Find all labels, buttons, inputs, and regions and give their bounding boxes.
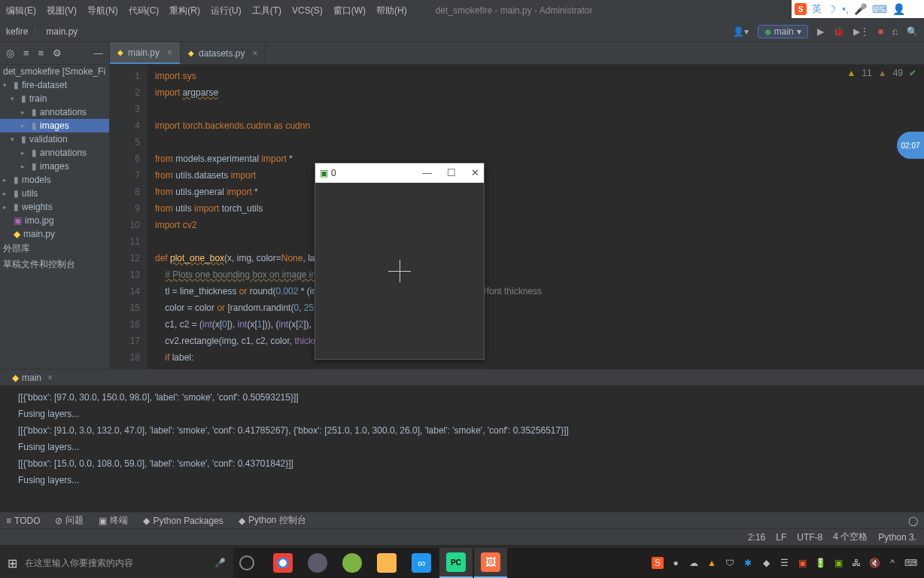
opencv-window[interactable]: ▣0 — ☐ ✕ <box>315 163 485 360</box>
punct-icon[interactable]: •, <box>842 3 849 15</box>
tray-icon[interactable]: ☰ <box>778 557 790 569</box>
run-output[interactable]: [[{'bbox': [97.0, 30.0, 150.0, 98.0], 'l… <box>0 386 924 512</box>
tree-file[interactable]: ◆main.py <box>0 227 109 241</box>
close-icon[interactable]: × <box>252 48 257 59</box>
sogou-ime-bar[interactable]: S 英 ☽ •, 🎤 ⌨ 👤 <box>792 0 924 18</box>
cortana-icon[interactable] <box>239 555 254 570</box>
run-button[interactable]: ▶ <box>817 26 824 37</box>
todo-tab[interactable]: ≡ TODO <box>6 516 40 526</box>
moon-icon[interactable]: ☽ <box>827 3 837 15</box>
line-gutter[interactable]: 1 2 3 4 5 6 7 8 9 10 11 12 13 14 15 16 1… <box>110 65 147 369</box>
menu-code[interactable]: 代码(C) <box>129 5 160 17</box>
problems-tab[interactable]: ⊘ 问题 <box>55 514 84 527</box>
editor-tab[interactable]: ◆datasets.py× <box>181 42 266 64</box>
menu-run[interactable]: 运行(U) <box>211 5 242 17</box>
tree-folder[interactable]: ▸▮utils <box>0 187 109 200</box>
menu-navigate[interactable]: 导航(N) <box>87 5 118 17</box>
stop-button[interactable]: ■ <box>878 26 883 37</box>
line-separator[interactable]: LF <box>776 532 786 543</box>
run-tab[interactable]: ◆main× <box>6 373 59 383</box>
tray-icon[interactable]: ☁ <box>688 557 700 569</box>
search-button[interactable]: 🔍 <box>907 26 918 37</box>
windows-start-icon[interactable]: ⊞ <box>8 556 17 570</box>
tray-sogou-icon[interactable]: S <box>652 557 664 569</box>
select-target-icon[interactable]: ◎ <box>6 47 14 59</box>
tray-up-icon[interactable]: ^ <box>886 557 898 569</box>
file-encoding[interactable]: UTF-8 <box>797 532 822 543</box>
tray-icon[interactable]: ◆ <box>760 557 772 569</box>
vcs-button[interactable]: ⎌ <box>892 26 898 37</box>
caret-position[interactable]: 2:16 <box>748 532 765 543</box>
expand-all-icon[interactable]: ≡ <box>23 47 29 59</box>
tree-file[interactable]: ▣imo.jpg <box>0 214 109 227</box>
project-tool-window[interactable]: ◎ ≡ ≡ ⚙ — det_smokefire [Smoke_Fi ▾▮fire… <box>0 42 110 369</box>
minimize-button[interactable]: — <box>422 167 432 178</box>
menu-tools[interactable]: 工具(T) <box>252 5 281 17</box>
chrome-app[interactable] <box>266 548 299 578</box>
terminal-tab[interactable]: ▣ 终端 <box>99 514 128 527</box>
tree-folder[interactable]: ▸▮annotations <box>0 146 109 160</box>
tray-bluetooth-icon[interactable]: ✱ <box>742 557 754 569</box>
menu-window[interactable]: 窗口(W) <box>333 5 366 17</box>
code-area[interactable]: import sys import argparse import torch.… <box>147 65 924 369</box>
pycharm-app[interactable]: PC <box>439 548 473 578</box>
tray-shield-icon[interactable]: 🛡 <box>724 557 736 569</box>
menu-help[interactable]: 帮助(H) <box>376 5 407 17</box>
tree-root[interactable]: det_smokefire [Smoke_Fi <box>0 65 109 78</box>
tree-folder[interactable]: ▸▮images <box>0 160 109 173</box>
editor-tab[interactable]: ◆main.py× <box>110 42 181 64</box>
taskbar-search[interactable]: ⊞ 在这里输入你要搜索的内容 🎤 <box>0 548 233 578</box>
tree-scratches[interactable]: 草稿文件和控制台 <box>0 257 109 272</box>
tray-battery-icon[interactable]: 🔋 <box>814 557 826 569</box>
ime-lang[interactable]: 英 <box>812 2 822 16</box>
run-config-selector[interactable]: ◆ main ▾ <box>758 25 808 38</box>
tray-icon[interactable]: ▲ <box>706 557 718 569</box>
tree-external-libs[interactable]: 外部库 <box>0 241 109 257</box>
close-icon[interactable]: × <box>167 47 172 58</box>
breadcrumb-file[interactable]: main.py <box>46 26 78 37</box>
tray-keyboard-icon[interactable]: ⌨ <box>904 557 916 569</box>
breadcrumb-root[interactable]: kefire <box>6 26 28 37</box>
settings-icon[interactable]: ⚙ <box>53 47 62 59</box>
tree-folder[interactable]: ▾▮fire-dataset <box>0 78 109 92</box>
photos-app[interactable]: 🖼 <box>474 548 507 578</box>
menu-edit[interactable]: 编辑(E) <box>6 5 36 17</box>
event-log-icon[interactable]: ◯ <box>908 516 918 526</box>
baidu-app[interactable]: ∞ <box>405 548 438 578</box>
more-run-button[interactable]: ▶⋮ <box>853 26 869 37</box>
tray-icon[interactable]: ● <box>670 557 682 569</box>
editor-body[interactable]: ▲11 ▲49 ✔ 1 2 3 4 5 6 7 8 9 10 11 12 13 … <box>110 65 924 369</box>
menu-vcs[interactable]: VCS(S) <box>292 5 323 16</box>
popup-titlebar[interactable]: ▣0 — ☐ ✕ <box>315 163 484 183</box>
collapse-all-icon[interactable]: ≡ <box>38 47 44 59</box>
inspections-widget[interactable]: ▲11 ▲49 ✔ <box>847 68 917 78</box>
green-app[interactable] <box>336 548 369 578</box>
hide-icon[interactable]: — <box>93 47 103 59</box>
tree-folder[interactable]: ▸▮annotations <box>0 105 109 119</box>
packages-tab[interactable]: ◆ Python Packages <box>143 516 223 526</box>
tray-icon[interactable]: ▣ <box>796 557 808 569</box>
menu-view[interactable]: 视图(V) <box>47 5 77 17</box>
close-icon[interactable]: × <box>47 373 53 383</box>
user-icon[interactable]: 👤▾ <box>733 26 749 37</box>
tree-folder[interactable]: ▸▮weights <box>0 200 109 214</box>
tree-folder[interactable]: ▾▮train <box>0 92 109 105</box>
tray-volume-icon[interactable]: 🔇 <box>868 557 880 569</box>
tree-folder[interactable]: ▾▮validation <box>0 132 109 146</box>
mic-icon[interactable]: 🎤 <box>214 558 226 568</box>
python-console-tab[interactable]: ◆ Python 控制台 <box>239 514 306 527</box>
maximize-button[interactable]: ☐ <box>447 167 456 178</box>
tree-folder[interactable]: ▸▮models <box>0 173 109 187</box>
interpreter[interactable]: Python 3. <box>878 532 916 543</box>
close-button[interactable]: ✕ <box>471 167 479 178</box>
moon-app[interactable] <box>301 548 334 578</box>
tray-network-icon[interactable]: 🖧 <box>850 557 862 569</box>
tree-folder[interactable]: ▸▮images <box>0 119 109 132</box>
indent-config[interactable]: 4 个空格 <box>833 531 868 543</box>
keyboard-icon[interactable]: ⌨ <box>872 3 887 15</box>
menu-refactor[interactable]: 重构(R) <box>169 5 200 17</box>
tray-nvidia-icon[interactable]: ▣ <box>832 557 844 569</box>
explorer-app[interactable] <box>370 548 403 578</box>
mic-icon[interactable]: 🎤 <box>854 3 867 15</box>
debug-button[interactable]: 🐞 <box>833 26 844 37</box>
